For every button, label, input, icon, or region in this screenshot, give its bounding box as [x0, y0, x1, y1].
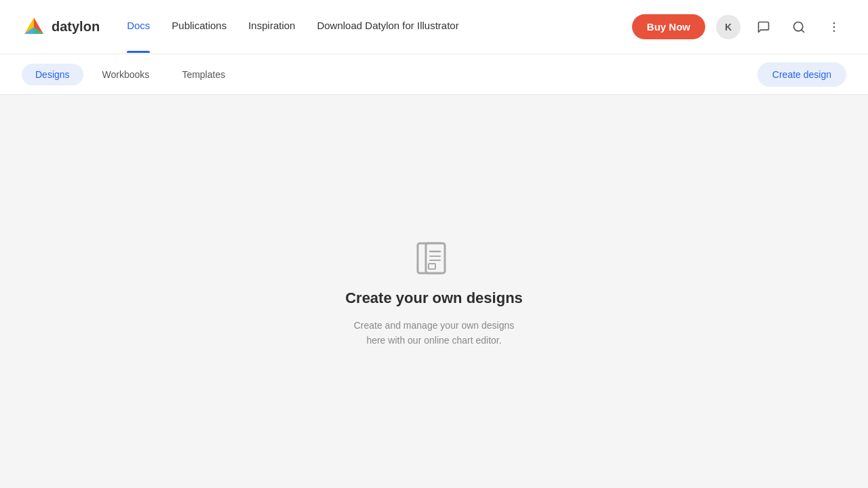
tab-workbooks[interactable]: Workbooks	[89, 64, 163, 85]
navbar-left: datylon Docs Publications Inspiration Do…	[22, 15, 459, 39]
logo-text: datylon	[52, 19, 100, 35]
search-icon	[792, 20, 806, 34]
more-icon-button[interactable]	[822, 15, 846, 39]
navbar-right: Buy Now K	[632, 14, 846, 39]
empty-state-title: Create your own designs	[345, 289, 523, 307]
logo[interactable]: datylon	[22, 15, 100, 39]
avatar[interactable]: K	[716, 15, 741, 39]
logo-icon	[22, 15, 46, 39]
empty-state: Create your own designs Create and manag…	[345, 235, 523, 348]
nav-link-docs[interactable]: Docs	[127, 20, 150, 34]
nav-link-publications[interactable]: Publications	[172, 20, 226, 34]
sub-header: Designs Workbooks Templates Create desig…	[0, 54, 868, 95]
chat-icon	[757, 20, 770, 34]
nav-links: Docs Publications Inspiration Download D…	[127, 20, 459, 34]
main-content: Create your own designs Create and manag…	[0, 95, 868, 488]
tab-designs[interactable]: Designs	[22, 64, 83, 85]
tab-templates[interactable]: Templates	[168, 64, 239, 85]
search-icon-button[interactable]	[787, 15, 811, 39]
empty-state-description: Create and manage your own designs here …	[346, 318, 522, 348]
svg-point-6	[833, 22, 835, 24]
svg-point-8	[833, 30, 835, 32]
tabs: Designs Workbooks Templates	[22, 64, 239, 85]
svg-line-5	[802, 29, 804, 32]
nav-link-download[interactable]: Download Datylon for Illustrator	[317, 20, 458, 34]
create-design-button[interactable]: Create design	[757, 62, 846, 87]
nav-link-inspiration[interactable]: Inspiration	[248, 20, 295, 34]
chat-icon-button[interactable]	[751, 15, 776, 39]
buy-now-button[interactable]: Buy Now	[632, 14, 705, 39]
svg-point-7	[833, 26, 835, 28]
more-icon	[827, 20, 841, 34]
empty-state-icon	[412, 235, 456, 279]
navbar: datylon Docs Publications Inspiration Do…	[0, 0, 868, 54]
